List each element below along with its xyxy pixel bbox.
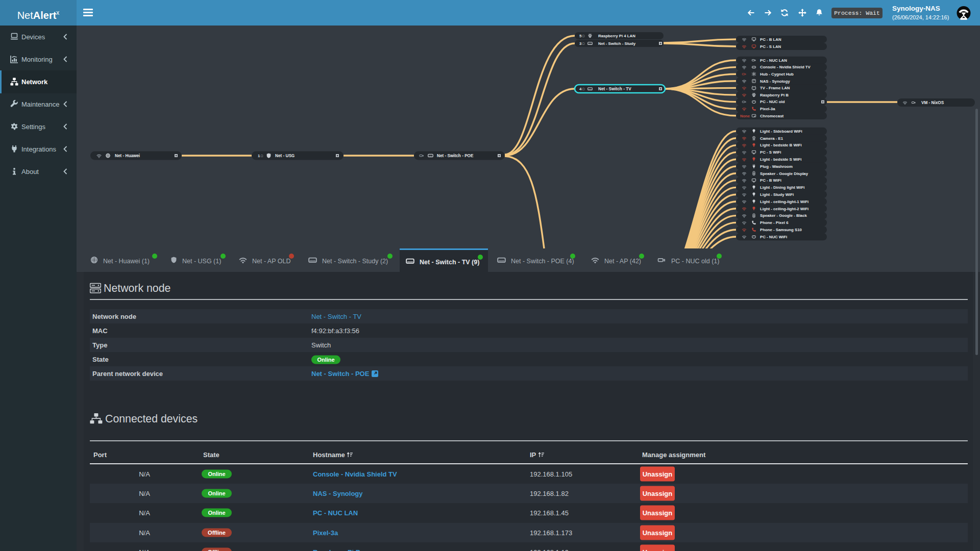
svg-text:Light - bedside S WiFi: Light - bedside S WiFi [760,157,801,162]
svg-text:Raspberry Pi 4 LAN: Raspberry Pi 4 LAN [598,34,635,38]
svg-text:3: 3 [579,41,582,46]
svg-text:PC - NUC WiFi: PC - NUC WiFi [760,235,787,239]
svg-text:Light - Sideboard WiFi: Light - Sideboard WiFi [760,129,802,134]
svg-text:▢: ▢ [582,34,585,37]
svg-text:Camera - E1: Camera - E1 [760,136,783,141]
svg-text:None: None [740,114,750,118]
svg-text:Light - bedside B WiFi: Light - bedside B WiFi [760,143,802,147]
svg-text:PC - NUC LAN: PC - NUC LAN [760,58,787,63]
svg-text:Net - Switch - TV: Net - Switch - TV [598,87,631,91]
svg-text:TV - Frame LAN: TV - Frame LAN [760,86,790,90]
svg-text:Pixel-3a: Pixel-3a [760,107,775,111]
svg-text:Net - USG: Net - USG [275,154,295,158]
svg-text:5: 5 [579,34,582,38]
svg-text:PC - B LAN: PC - B LAN [760,37,781,42]
svg-text:Light - Dining light WiFi: Light - Dining light WiFi [760,185,804,190]
svg-text:▢: ▢ [582,87,585,90]
svg-text:Speaker - Google Display: Speaker - Google Display [760,171,808,176]
svg-text:1: 1 [258,154,260,158]
svg-text:PC - NUC old: PC - NUC old [760,99,785,104]
svg-text:Hub - Cygnet Hub: Hub - Cygnet Hub [760,72,794,77]
svg-text:Phone - Samsung S10: Phone - Samsung S10 [760,228,802,232]
svg-text:Light - ceiling-light-2 WiFi: Light - ceiling-light-2 WiFi [760,207,808,211]
svg-text:Net - Switch - Study: Net - Switch - Study [598,41,636,46]
svg-text:▢: ▢ [261,154,263,157]
svg-text:Light - ceiling-light-1 WiFi: Light - ceiling-light-1 WiFi [760,199,808,204]
svg-text:Console - Nvidia Shield TV: Console - Nvidia Shield TV [760,65,811,69]
svg-text:Light - Study WiFi: Light - Study WiFi [760,192,794,197]
svg-text:Net - Huawei: Net - Huawei [115,154,140,158]
svg-text:Phone - Pixel 6: Phone - Pixel 6 [760,220,789,225]
svg-text:Speaker - Google - Black: Speaker - Google - Black [760,213,807,218]
svg-text:Net - Switch - POE: Net - Switch - POE [437,154,474,158]
svg-text:PC - B WiFi: PC - B WiFi [760,178,781,183]
svg-text:4: 4 [579,87,582,91]
svg-text:▢: ▢ [582,42,585,45]
svg-text:VM - NixOS: VM - NixOS [921,101,944,105]
svg-text:Chromecast: Chromecast [760,114,784,118]
svg-text:NAS - Synology: NAS - Synology [760,79,790,84]
svg-text:PC - S LAN: PC - S LAN [760,44,781,49]
svg-text:Raspberry Pi B: Raspberry Pi B [760,93,789,97]
svg-text:PC - S WiFi: PC - S WiFi [760,150,781,155]
svg-text:Plug - Washroom: Plug - Washroom [760,164,793,169]
